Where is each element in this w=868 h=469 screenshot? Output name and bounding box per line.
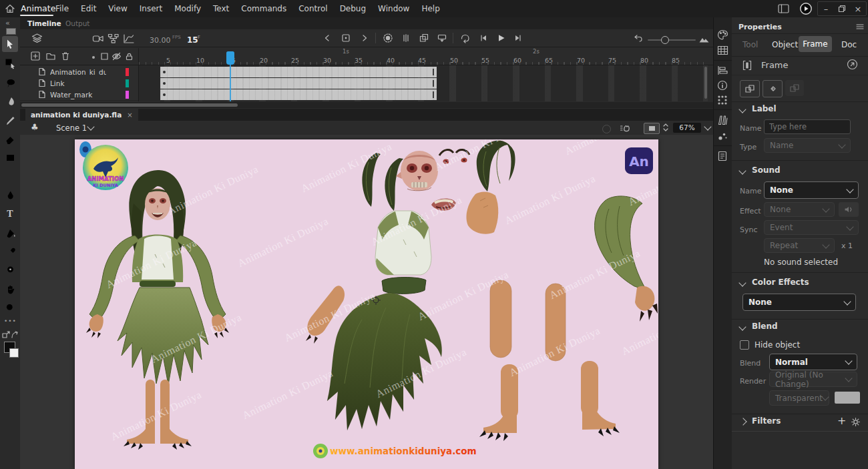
- play-icon[interactable]: [495, 33, 506, 43]
- blend-select[interactable]: Normal: [769, 354, 857, 370]
- timeline-zoom-max-icon[interactable]: [698, 34, 710, 43]
- filter-options-gear-icon[interactable]: [851, 417, 861, 427]
- hand-tool[interactable]: [2, 281, 18, 297]
- reset-timeline-zoom-icon[interactable]: [632, 34, 643, 43]
- fluid-brush-tool[interactable]: [2, 93, 18, 109]
- menu-item-modify[interactable]: Modify: [168, 4, 207, 13]
- layer-row-water-mark[interactable]: Water_mark: [20, 89, 138, 101]
- menu-item-control[interactable]: Control: [292, 4, 333, 13]
- add-filter-button[interactable]: +: [837, 414, 846, 427]
- eyedropper-tool[interactable]: [2, 244, 18, 260]
- transform-panel-icon[interactable]: [717, 95, 728, 105]
- tab-output[interactable]: Output: [65, 19, 89, 27]
- scene-dropdown-chevron[interactable]: [88, 126, 93, 129]
- rotation-reset-icon[interactable]: [602, 125, 611, 133]
- rectangle-tool[interactable]: [2, 149, 18, 165]
- stroke-color-swatch[interactable]: [9, 348, 19, 358]
- step-back-icon[interactable]: [478, 33, 489, 43]
- color-panel-icon[interactable]: [717, 29, 728, 40]
- visibility-column-icon[interactable]: [112, 52, 122, 61]
- properties-tab-object[interactable]: Object: [772, 40, 798, 49]
- document-tab-close-icon[interactable]: ×: [127, 111, 132, 119]
- marker-range-icon[interactable]: [437, 33, 447, 43]
- test-movie-button[interactable]: [799, 1, 813, 16]
- blend-section-title[interactable]: Blend: [752, 322, 778, 331]
- edit-scene-icon[interactable]: ♣: [31, 122, 39, 132]
- sound-section-title[interactable]: Sound: [752, 165, 781, 175]
- paint-bucket-tool[interactable]: [2, 225, 18, 241]
- document-tab[interactable]: animation ki duniya.fla ×: [25, 109, 138, 121]
- zoom-stepper[interactable]: [662, 122, 669, 133]
- fast-preview-icon[interactable]: [620, 123, 630, 133]
- properties-title[interactable]: Properties: [738, 23, 782, 31]
- particles-panel-icon[interactable]: [717, 131, 728, 141]
- classic-brush-tool[interactable]: [2, 112, 18, 128]
- label-name-input[interactable]: [764, 119, 851, 134]
- onion-skin-outline-icon[interactable]: [401, 33, 411, 43]
- history-panel-icon[interactable]: [717, 151, 728, 161]
- outline-column-icon[interactable]: [100, 52, 109, 61]
- swatches-panel-icon[interactable]: [717, 45, 728, 55]
- snap-to-objects-icon[interactable]: [2, 331, 10, 339]
- minimize-button[interactable]: –: [818, 2, 834, 15]
- playhead[interactable]: [226, 51, 234, 65]
- layer-color-swatch[interactable]: [126, 91, 129, 99]
- previous-keyframe-icon[interactable]: [322, 33, 333, 43]
- layer-color-swatch[interactable]: [126, 79, 129, 87]
- edit-multiple-frames-icon[interactable]: [419, 33, 429, 43]
- layers-frames-splitter[interactable]: [138, 48, 139, 101]
- frame-span[interactable]: [160, 67, 437, 77]
- highlight-column-icon[interactable]: [92, 56, 95, 59]
- timeline-vscroll-thumb[interactable]: [704, 67, 707, 99]
- layer-name[interactable]: Link: [50, 79, 65, 87]
- zoom-dropdown-chevron[interactable]: [705, 126, 710, 129]
- sound-name-select[interactable]: None: [764, 181, 859, 199]
- sound-repeat-times[interactable]: x 1: [841, 242, 853, 250]
- menu-item-commands[interactable]: Commands: [235, 4, 292, 13]
- label-section-title[interactable]: Label: [752, 104, 777, 113]
- sync-symbols-button[interactable]: [763, 80, 783, 97]
- layer-row-animation-ki-duniya[interactable]: Animation_ki_dun...: [20, 66, 138, 78]
- layers-stack-icon[interactable]: [31, 33, 43, 45]
- color-effects-chevron[interactable]: [738, 279, 746, 286]
- menu-item-file[interactable]: File: [49, 4, 75, 13]
- fps-value[interactable]: 30.00: [150, 36, 171, 45]
- properties-tab-tool[interactable]: Tool: [742, 40, 758, 49]
- menu-item-insert[interactable]: Insert: [134, 4, 168, 13]
- zoom-tool[interactable]: [2, 300, 18, 316]
- eraser-tool[interactable]: [2, 131, 18, 147]
- snap-align-icon[interactable]: [11, 331, 19, 339]
- menu-item-window[interactable]: Window: [372, 4, 415, 13]
- timeline-hscroll-track[interactable]: [20, 102, 713, 108]
- lasso-tool[interactable]: [2, 75, 18, 91]
- properties-tab-doc[interactable]: Doc: [841, 40, 857, 49]
- open-library-icon[interactable]: [847, 59, 858, 70]
- collapse-panel-icon[interactable]: «: [5, 19, 10, 27]
- home-button[interactable]: [3, 2, 17, 15]
- layer-parenting-icon[interactable]: [107, 33, 120, 44]
- docked-panel-thumb[interactable]: [6, 28, 16, 35]
- text-tool[interactable]: T: [2, 206, 18, 222]
- insert-keyframe-icon[interactable]: [341, 33, 351, 43]
- asset-warp-tool[interactable]: [2, 262, 18, 278]
- menu-item-text[interactable]: Text: [207, 4, 235, 13]
- layer-name[interactable]: Water_mark: [50, 91, 92, 99]
- menu-item-help[interactable]: Help: [415, 4, 445, 13]
- onion-skin-icon[interactable]: [383, 33, 393, 43]
- blend-section-chevron[interactable]: [738, 323, 746, 330]
- camera-icon[interactable]: [92, 33, 104, 44]
- align-panel-icon[interactable]: [717, 65, 728, 75]
- timeline-hscroll-thumb[interactable]: [21, 103, 238, 107]
- layer-row-link[interactable]: Link: [20, 77, 138, 89]
- pen-tool[interactable]: [2, 187, 18, 203]
- keyframe-convert-button[interactable]: [740, 80, 760, 97]
- workspace-switcher-icon[interactable]: [777, 3, 790, 15]
- layer-name[interactable]: Animation_ki_dun...: [50, 68, 106, 76]
- scene-breadcrumb[interactable]: Scene 1: [56, 123, 87, 133]
- filters-section-title[interactable]: Filters: [752, 416, 781, 426]
- new-layer-icon[interactable]: [30, 51, 41, 61]
- brush-library-panel-icon[interactable]: [717, 115, 728, 125]
- close-button[interactable]: ×: [850, 2, 866, 15]
- tab-timeline[interactable]: Timeline: [27, 19, 61, 27]
- sound-section-chevron[interactable]: [738, 167, 746, 174]
